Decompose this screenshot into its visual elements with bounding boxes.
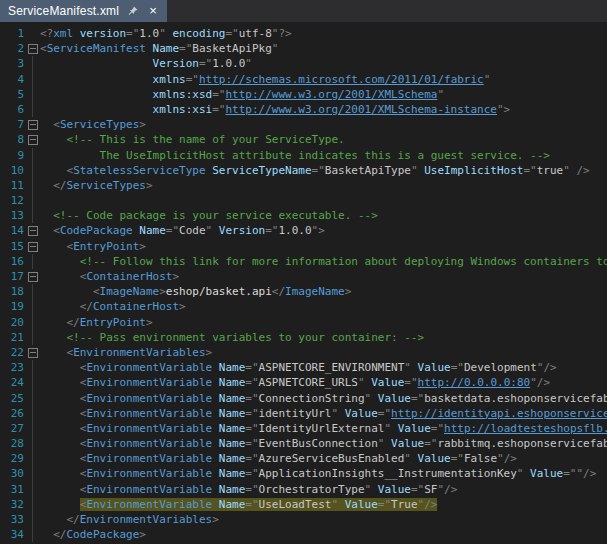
code-line[interactable]: 17 <ContainerHost>: [0, 269, 607, 284]
code-line[interactable]: 9 The UseImplicitHost attribute indicate…: [0, 148, 607, 163]
code-line[interactable]: 14 <CodePackage Name="Code" Version="1.0…: [0, 223, 607, 238]
code-line[interactable]: 33 </EnvironmentVariables>: [0, 512, 607, 527]
code-line[interactable]: 30 <EnvironmentVariable Name="Applicatio…: [0, 466, 607, 481]
line-number: 21: [0, 330, 24, 345]
pin-icon[interactable]: [127, 5, 139, 17]
token: <?: [40, 27, 53, 40]
code-line[interactable]: 12: [0, 193, 607, 208]
code-text: xmlns="http://schemas.microsoft.com/2011…: [40, 72, 607, 87]
fold-column: [27, 345, 40, 360]
code-text: <ContainerHost>: [40, 269, 607, 284]
code-line[interactable]: 24 <EnvironmentVariable Name="ASPNETCORE…: [0, 375, 607, 390]
code-line[interactable]: 10 <StatelessServiceType ServiceTypeName…: [0, 163, 607, 178]
code-line[interactable]: 20 </EntryPoint>: [0, 315, 607, 330]
url-link[interactable]: http://www.w3.org/2001/XMLSchema: [225, 88, 437, 101]
token: =": [378, 407, 391, 420]
code-line[interactable]: 15 <EntryPoint>: [0, 239, 607, 254]
token: Name: [219, 422, 246, 435]
fold-guide: [32, 87, 33, 102]
token: xmlns: [153, 73, 186, 86]
fold-collapse-button[interactable]: [28, 348, 38, 358]
code-editor[interactable]: 1<?xml version="1.0" encoding="utf-8"?>2…: [0, 22, 607, 542]
code-text: [40, 193, 607, 208]
fold-column: [27, 315, 40, 330]
code-line[interactable]: 4 xmlns="http://schemas.microsoft.com/20…: [0, 72, 607, 87]
code-line[interactable]: 3 Version="1.0.0": [0, 56, 607, 71]
token: =": [199, 57, 212, 70]
code-line[interactable]: 31 <EnvironmentVariable Name="Orchestrat…: [0, 482, 607, 497]
url-link[interactable]: http://0.0.0.0:80: [418, 376, 531, 389]
code-line[interactable]: 22 <EnvironmentVariables>: [0, 345, 607, 360]
fold-collapse-button[interactable]: [28, 44, 38, 54]
code-text: <EnvironmentVariable Name="ASPNETCORE_EN…: [40, 360, 607, 375]
code-line[interactable]: 7 <ServiceTypes>: [0, 117, 607, 132]
tokens: </CodePackage>: [53, 528, 146, 541]
fold-collapse-button[interactable]: [28, 120, 38, 130]
url-link[interactable]: http://identityapi.eshoponservicefabric:…: [391, 407, 607, 420]
tokens: <EnvironmentVariable Name="ConnectionStr…: [80, 392, 607, 405]
code-line[interactable]: 16 <!-- Follow this link for more inform…: [0, 254, 607, 269]
code-line[interactable]: 34 </CodePackage>: [0, 527, 607, 542]
line-number: 7: [0, 117, 24, 132]
code-line[interactable]: 32 <EnvironmentVariable Name="UseLoadTes…: [0, 497, 607, 512]
fold-column: [27, 482, 40, 497]
indent-spaces: [40, 179, 53, 192]
token: Value: [378, 483, 411, 496]
fold-collapse-button[interactable]: [28, 135, 38, 145]
code-text: Version="1.0.0": [40, 56, 607, 71]
token: EnvironmentVariable: [86, 437, 218, 450]
code-line[interactable]: 29 <EnvironmentVariable Name="AzureServi…: [0, 451, 607, 466]
fold-column: [27, 512, 40, 527]
fold-collapse-button[interactable]: [28, 226, 38, 236]
token: Name: [219, 376, 246, 389]
line-number: 33: [0, 512, 24, 527]
line-number: 30: [0, 466, 24, 481]
url-link[interactable]: http://loadtesteshopsflb.westeurope.clou…: [444, 422, 607, 435]
token: EnvironmentVariable: [86, 376, 218, 389]
token: =": [225, 27, 238, 40]
code-line[interactable]: 11 </ServiceTypes>: [0, 178, 607, 193]
token: <: [53, 118, 60, 131]
code-text: <?xml version="1.0" encoding="utf-8"?>: [40, 26, 607, 41]
token: =": [411, 483, 424, 496]
code-line[interactable]: 2<ServiceManifest Name="BasketApiPkg": [0, 41, 607, 56]
tab-servicemanifest[interactable]: ServiceManifest.xml ×: [0, 0, 167, 22]
code-line[interactable]: 18 <ImageName>eshop/basket.api</ImageNam…: [0, 284, 607, 299]
token: The UseImplicitHost attribute indicates …: [100, 149, 550, 162]
code-line[interactable]: 23 <EnvironmentVariable Name="ASPNETCORE…: [0, 360, 607, 375]
fold-column: [27, 41, 40, 56]
fold-collapse-button[interactable]: [28, 242, 38, 252]
code-line[interactable]: 1<?xml version="1.0" encoding="utf-8"?>: [0, 26, 607, 41]
fold-collapse-button[interactable]: [28, 272, 38, 282]
token: >: [212, 513, 219, 526]
code-line[interactable]: 6 xmlns:xsi="http://www.w3.org/2001/XMLS…: [0, 102, 607, 117]
code-line[interactable]: 19 </ContainerHost>: [0, 299, 607, 314]
tokens: <EnvironmentVariables>: [67, 346, 213, 359]
code-line[interactable]: 25 <EnvironmentVariable Name="Connection…: [0, 391, 607, 406]
token: ": [206, 224, 219, 237]
fold-guide: [32, 284, 33, 299]
tokens: <EnvironmentVariable Name="AzureServiceB…: [80, 452, 517, 465]
token: ": [404, 452, 417, 465]
token: EnvironmentVariable: [86, 361, 218, 374]
tokens: <!-- Follow this link for more informati…: [80, 255, 607, 268]
code-line[interactable]: 27 <EnvironmentVariable Name="IdentityUr…: [0, 421, 607, 436]
code-text: </CodePackage>: [40, 527, 607, 542]
url-link[interactable]: http://schemas.microsoft.com/2011/01/fab…: [199, 73, 484, 86]
code-line[interactable]: 26 <EnvironmentVariable Name="identityUr…: [0, 406, 607, 421]
token: =": [245, 498, 258, 511]
token: </: [67, 513, 80, 526]
close-icon[interactable]: ×: [147, 5, 159, 17]
token: " />: [563, 164, 590, 177]
code-line[interactable]: 21 <!-- Pass environment variables to yo…: [0, 330, 607, 345]
token: "/>: [497, 452, 517, 465]
url-link[interactable]: http://www.w3.org/2001/XMLSchema-instanc…: [225, 103, 497, 116]
code-line[interactable]: 28 <EnvironmentVariable Name="EventBusCo…: [0, 436, 607, 451]
code-line[interactable]: 8 <!-- This is the name of your ServiceT…: [0, 132, 607, 147]
token: 1.0.0: [278, 224, 311, 237]
code-line[interactable]: 13 <!-- Code package is your service exe…: [0, 208, 607, 223]
fold-guide: [32, 451, 33, 466]
tokens: <!-- Pass environment variables to your …: [67, 331, 425, 344]
code-text: <EnvironmentVariable Name="OrchestratorT…: [40, 482, 607, 497]
code-line[interactable]: 5 xmlns:xsd="http://www.w3.org/2001/XMLS…: [0, 87, 607, 102]
